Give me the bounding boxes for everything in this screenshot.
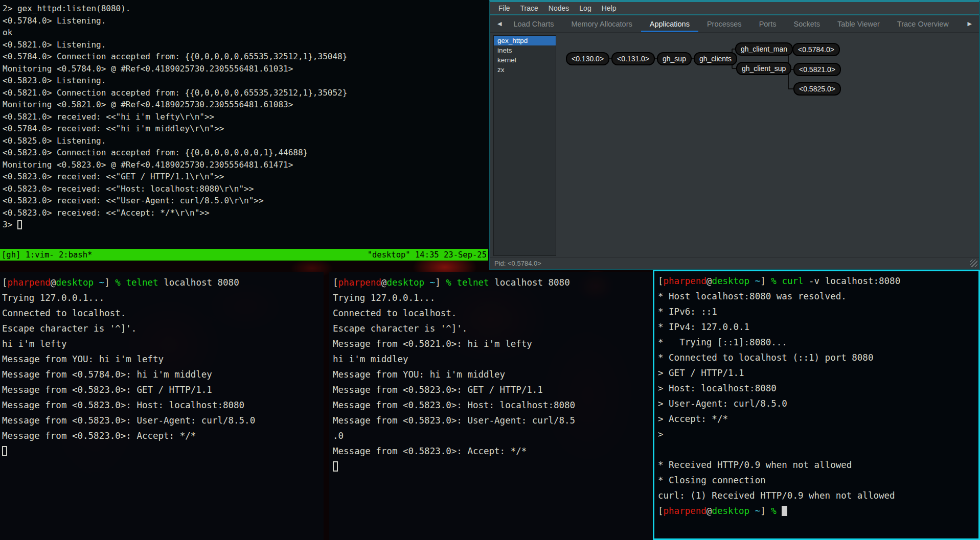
telnet-left-terminal[interactable]: [pharpend@desktop ~] % telnet localhost … [0,272,324,540]
terminal-line: Message from <0.5823.0>: User-Agent: cur… [333,413,653,428]
terminal-line: > Host: localhost:8080 [658,381,978,396]
terminal-line: > [658,427,978,442]
graph-node-pid-5784[interactable]: <0.5784.0> [792,43,840,56]
menu-nodes[interactable]: Nodes [543,4,574,12]
tab-processes[interactable]: Processes [698,15,750,32]
menu-trace[interactable]: Trace [515,4,543,12]
graph-node-gh-client-man[interactable]: gh_client_man [735,42,793,56]
terminal-line [658,442,978,457]
tmux-window-list[interactable]: [gh] 1:vim- 2:bash* [2,250,92,260]
terminal-line: Trying 127.0.0.1... [2,290,324,306]
terminal-line: * IPv6: ::1 [658,304,978,319]
terminal-line: curl: (1) Received HTTP/0.9 when not all… [658,488,978,503]
terminal-line: Message from <0.5823.0>: Accept: */* [2,428,324,443]
terminal-line: Monitoring <0.5784.0> @ #Ref<0.418902573… [3,63,492,75]
terminal-line: Monitoring <0.5821.0> @ #Ref<0.418902573… [3,99,492,111]
graph-node-gh-clients[interactable]: gh_clients [694,52,737,65]
sidebar-item-inets[interactable]: inets [494,45,556,55]
tab-trace-overview[interactable]: Trace Overview [888,15,958,32]
terminal-line: hi i'm lefty [2,336,324,351]
terminal-cursor [782,506,787,516]
tab-scroll-right-icon[interactable]: ▶ [965,15,975,32]
graph-node-pid-130[interactable]: <0.130.0> [566,52,609,65]
terminal-line: 3> [3,219,492,231]
applications-view: <0.130.0> <0.131.0> gh_sup gh_clients gh… [490,33,979,257]
graph-node-gh-client-sup[interactable]: gh_client_sup [736,62,791,75]
tab-sockets[interactable]: Sockets [785,15,829,32]
terminal-line: <0.5825.0> Listening. [3,135,492,147]
terminal-line: Escape character is '^]'. [333,321,653,336]
observer-window: FileTraceNodesLogHelp ◀ Load ChartsMemor… [489,0,980,270]
sidebar-item-gex-httpd[interactable]: gex_httpd [494,36,556,45]
tmux-status-bar: [gh] 1:vim- 2:bash* "desktop" 14:35 23-S… [0,249,488,261]
terminal-line: 2> gex_httpd:listen(8080). [3,3,492,15]
tab-memory-allocators[interactable]: Memory Allocators [562,15,641,32]
terminal-line: <0.5784.0> Listening. [3,15,492,27]
curl-terminal-focused[interactable]: [pharpend@desktop ~] % curl -v localhost… [653,270,980,540]
graph-node-pid-5825[interactable]: <0.5825.0> [793,82,841,96]
terminal-line: * Trying [::1]:8080... [658,335,978,350]
tab-scroll-left-icon[interactable]: ◀ [494,15,505,32]
terminal-line: Trying 127.0.0.1... [333,290,653,306]
tab-table-viewer[interactable]: Table Viewer [829,15,888,32]
erlang-shell-terminal[interactable]: 2> gex_httpd:listen(8080).<0.5784.0> Lis… [0,0,492,251]
terminal-line: ok [3,27,492,39]
terminal-line: > User-Agent: curl/8.5.0 [658,396,978,411]
observer-tabbar-tabs: Load ChartsMemory AllocatorsApplications… [505,15,957,32]
terminal-line: <0.5821.0> Listening. [3,39,492,51]
terminal-line: Message from YOU: hi i'm lefty [2,351,324,367]
terminal-line: <0.5823.0> Connection accepted from: {{0… [3,147,492,159]
graph-node-pid-131[interactable]: <0.131.0> [611,52,655,65]
terminal-line: * Connected to localhost (::1) port 8080 [658,350,978,365]
menu-log[interactable]: Log [574,4,596,12]
terminal-line: Connected to localhost. [333,306,653,321]
terminal-line: Message from <0.5823.0>: GET / HTTP/1.1 [2,382,324,397]
sidebar-item-zx[interactable]: zx [494,65,556,75]
sidebar-item-kernel[interactable]: kernel [494,55,556,65]
terminal-line: <0.5784.0> Connection accepted from: {{0… [3,51,492,63]
resize-grip[interactable] [970,260,977,267]
terminal-line [333,459,653,474]
terminal-line: <0.5821.0> Connection accepted from: {{0… [3,87,492,99]
terminal-line: <0.5823.0> received: <<"Host: localhost:… [3,183,492,195]
tmux-session-clock: "desktop" 14:35 23-Sep-25 [368,250,487,260]
terminal-line: Message from <0.5821.0>: hi i'm lefty [333,336,653,351]
terminal-line: * Closing connection [658,473,978,488]
graph-node-gh-sup[interactable]: gh_sup [657,52,692,65]
terminal-line: Message from <0.5823.0>: Host: localhost… [333,397,653,413]
telnet-middle-terminal[interactable]: [pharpend@desktop ~] % telnet localhost … [329,272,653,540]
terminal-line: [pharpend@desktop ~] % telnet localhost … [333,275,653,290]
terminal-line: <0.5821.0> received: <<"hi i'm lefty\r\n… [3,111,492,123]
terminal-line: Monitoring <0.5823.0> @ #Ref<0.418902573… [3,159,492,171]
terminal-cursor [2,446,7,456]
terminal-line: <0.5823.0> received: <<"GET / HTTP/1.1\r… [3,171,492,183]
terminal-line: .0 [333,428,653,443]
graph-node-pid-5821[interactable]: <0.5821.0> [793,63,841,76]
menu-file[interactable]: File [493,4,515,12]
applications-sidebar: gex_httpdinetskernelzx [493,35,556,256]
terminal-line: <0.5823.0> Listening. [3,75,492,87]
terminal-line: * IPv4: 127.0.0.1 [658,319,978,335]
process-graph-edges [490,33,977,257]
terminal-line: [pharpend@desktop ~] % curl -v localhost… [658,273,978,289]
terminal-line: Message from <0.5823.0>: User-Agent: cur… [2,413,324,428]
terminal-line: Message from YOU: hi i'm middley [333,367,653,382]
menu-help[interactable]: Help [597,4,622,12]
terminal-line: Connected to localhost. [2,306,324,321]
observer-tabbar: ◀ Load ChartsMemory AllocatorsApplicatio… [490,15,979,33]
terminal-line [2,443,324,459]
terminal-line: [pharpend@desktop ~] % [658,503,978,519]
terminal-line: <0.5784.0> received: <<"hi i'm middley\r… [3,123,492,135]
terminal-line: > GET / HTTP/1.1 [658,365,978,381]
terminal-line: <0.5823.0> received: <<"Accept: */*\r\n"… [3,207,492,219]
terminal-line: Message from <0.5823.0>: GET / HTTP/1.1 [333,382,653,397]
terminal-line: Message from <0.5823.0>: Accept: */* [333,443,653,459]
status-pid-label: Pid: <0.5784.0> [494,260,541,267]
tab-ports[interactable]: Ports [750,15,785,32]
terminal-line: Message from <0.5823.0>: Host: localhost… [2,397,324,413]
terminal-line: [pharpend@desktop ~] % telnet localhost … [2,275,324,290]
tab-applications[interactable]: Applications [641,15,698,32]
tab-load-charts[interactable]: Load Charts [505,15,562,32]
observer-status-bar: Pid: <0.5784.0> [490,257,979,269]
observer-menubar: FileTraceNodesLogHelp [490,2,979,14]
